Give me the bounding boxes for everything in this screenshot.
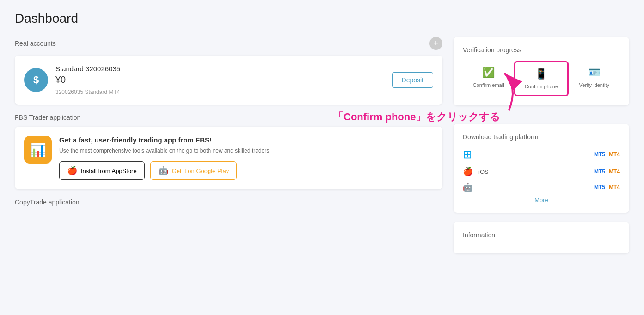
app-buttons: 🍎 Install from AppStore 🤖 Get it on Goog… [59,161,433,180]
ios-links: MT5 MT4 [594,168,620,175]
download-platform-title: Download trading platform [463,133,620,141]
fbs-app-icon: 📊 [24,136,52,164]
windows-mt4-link[interactable]: MT4 [609,151,620,158]
annotation-text: 「Confirm phone」をクリックする [333,110,500,124]
ios-label: iOS [478,168,589,175]
information-title: Information [463,231,620,239]
phone-icon: 📱 [535,68,547,80]
ios-mt5-link[interactable]: MT5 [594,168,605,175]
account-meta: 320026035 Standard MT4 [55,89,385,95]
fbs-app-icon-symbol: 📊 [30,142,46,158]
windows-mt5-link[interactable]: MT5 [594,151,605,158]
ios-icon: 🍎 [463,167,473,177]
identity-step-label: Verify identity [579,82,609,88]
account-name: Standard 320026035 [55,65,385,73]
android-links: MT5 MT4 [594,184,620,191]
googleplay-label: Get it on Google Play [172,167,229,174]
android-platform-row: 🤖 MT5 MT4 [463,182,620,192]
identity-icon: 🪪 [588,67,601,79]
appstore-label: Install from AppStore [81,167,137,174]
googleplay-button[interactable]: 🤖 Get it on Google Play [150,161,237,180]
app-info: Get a fast, user-friendly trading app fr… [59,136,433,180]
windows-links: MT5 MT4 [594,151,620,158]
ios-mt4-link[interactable]: MT4 [609,168,620,175]
apple-icon: 🍎 [67,166,77,176]
ios-platform-row: 🍎 iOS MT5 MT4 [463,167,620,177]
annotation-arrow [491,68,527,115]
verification-title: Verification progress [463,46,620,54]
windows-icon: ⊞ [463,148,472,161]
account-icon: $ [24,68,48,92]
android-mt4-link[interactable]: MT4 [609,184,620,191]
phone-step-label: Confirm phone [525,84,558,89]
information-card: Information [454,222,629,253]
copytrade-label: CopyTrade application [15,198,80,206]
real-accounts-label: Real accounts [15,40,56,47]
add-account-button[interactable]: + [429,37,442,50]
verification-card: Verification progress ✅ Confirm email 📱 … [454,37,629,105]
deposit-button[interactable]: Deposit [392,72,433,88]
verify-identity-step[interactable]: 🪪 Verify identity [569,61,620,96]
android-mt5-link[interactable]: MT5 [594,184,605,191]
android-icon: 🤖 [158,166,168,176]
more-link[interactable]: More [534,197,548,204]
fbs-trader-label: FBS Trader application [15,114,80,121]
platform-grid: ⊞ MT5 MT4 🍎 iOS MT5 MT4 [463,148,620,192]
account-card: $ Standard 320026035 ¥0 320026035 Standa… [15,56,442,105]
page-title: Dashboard [15,11,629,26]
windows-platform-row: ⊞ MT5 MT4 [463,148,620,161]
verification-steps: ✅ Confirm email 📱 Confirm phone 🪪 Verify… [463,61,620,96]
android-platform-icon: 🤖 [463,182,473,192]
more-link-container: More [463,196,620,204]
account-balance: ¥0 [55,74,385,85]
fbs-trader-card: 📊 Get a fast, user-friendly trading app … [15,127,442,189]
app-title: Get a fast, user-friendly trading app fr… [59,136,433,144]
account-info: Standard 320026035 ¥0 320026035 Standard… [55,65,385,95]
app-desc: Use the most comprehensive tools availab… [59,147,433,155]
appstore-button[interactable]: 🍎 Install from AppStore [59,161,145,180]
download-platform-card: Download trading platform ⊞ MT5 MT4 🍎 [454,124,629,213]
